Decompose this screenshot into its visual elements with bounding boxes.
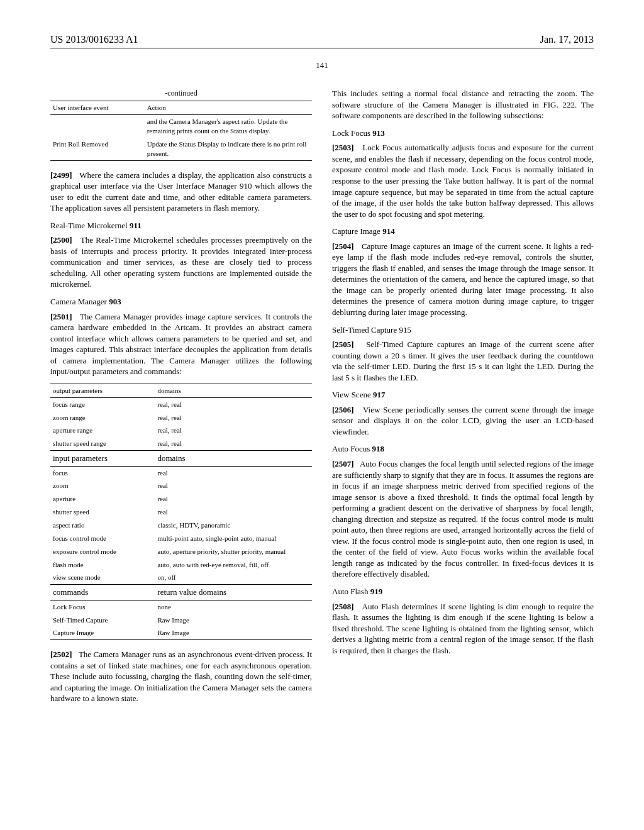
camera-manager-params-table: output parameters domains focus rangerea… bbox=[50, 384, 312, 640]
header-right: Jan. 17, 2013 bbox=[540, 33, 594, 47]
table-cell: real bbox=[155, 506, 312, 519]
table-row: focusreal bbox=[50, 466, 312, 479]
table-cell: and the Camera Manager's aspect ratio. U… bbox=[145, 115, 312, 138]
table-cell: Self-Timed Capture bbox=[50, 614, 155, 627]
paragraph-number: [2506] bbox=[332, 405, 354, 414]
table-cell: multi-point auto, single-point auto, man… bbox=[155, 532, 312, 545]
table-cell: shutter speed bbox=[50, 506, 155, 519]
table-row: focus control modemulti-point auto, sing… bbox=[50, 532, 312, 545]
table-row: view scene modeon, off bbox=[50, 571, 312, 584]
header-left: US 2013/0016233 A1 bbox=[50, 33, 138, 47]
section-title: Self-Timed Capture bbox=[332, 325, 397, 335]
section-self-timed-capture: Self-Timed Capture 915 bbox=[332, 324, 594, 336]
table-row: shutter speedreal bbox=[50, 506, 312, 519]
table-cell: real, real bbox=[155, 397, 312, 411]
paragraph-2500: [2500] The Real-Time Microkernel schedul… bbox=[50, 235, 312, 290]
paragraph-2508: [2508] Auto Flash determines if scene li… bbox=[332, 601, 594, 656]
table-cell: shutter speed range bbox=[50, 437, 155, 450]
section-title: Camera Manager bbox=[50, 297, 107, 306]
paragraph-number: [2507] bbox=[332, 459, 354, 468]
section-number: 903 bbox=[109, 297, 121, 306]
table-row: zoom rangereal, real bbox=[50, 411, 312, 424]
right-column: This includes setting a normal focal dis… bbox=[332, 88, 594, 711]
paragraph-text: The Camera Manager runs as an asynchrono… bbox=[50, 650, 312, 703]
paragraph-number: [2505] bbox=[332, 340, 354, 349]
section-title: View Scene bbox=[332, 390, 371, 399]
table-cell: zoom bbox=[50, 479, 155, 492]
table-cell: view scene mode bbox=[50, 571, 155, 584]
table-row: shutter speed rangereal, real bbox=[50, 437, 312, 450]
table-head-cell: return value domains bbox=[155, 585, 312, 600]
paragraph-text: The Real-Time Microkernel schedules proc… bbox=[50, 235, 312, 289]
table-cell: real, real bbox=[155, 411, 312, 424]
table-cell: none bbox=[155, 600, 312, 613]
table-head-cell: domains bbox=[155, 384, 312, 397]
table-cell: real, real bbox=[155, 437, 312, 450]
section-real-time-microkernel: Real-Time Microkernel 911 bbox=[50, 220, 312, 231]
table-cell: Print Roll Removed bbox=[50, 138, 145, 160]
paragraph-number: [2500] bbox=[50, 235, 72, 245]
section-title: Lock Focus bbox=[332, 128, 370, 138]
section-number: 917 bbox=[373, 390, 386, 399]
paragraph-text: View Scene periodically senses the curre… bbox=[332, 405, 594, 436]
table-row: zoomreal bbox=[50, 479, 312, 492]
table-row: aspect ratioclassic, HDTV, panoramic bbox=[50, 519, 312, 532]
paragraph-2502: [2502] The Camera Manager runs as an asy… bbox=[50, 649, 312, 704]
paragraph-text: Auto Flash determines if scene lighting … bbox=[332, 602, 594, 655]
table-cell: classic, HDTV, panoramic bbox=[155, 519, 312, 532]
table-head-cell: Action bbox=[145, 101, 312, 115]
paragraph-2505: [2505] Self-Timed Capture captures an im… bbox=[332, 339, 594, 383]
section-number: 914 bbox=[382, 226, 395, 236]
table-head-cell: output parameters bbox=[50, 384, 155, 397]
table-cell: auto, auto with red-eye removal, fill, o… bbox=[155, 558, 312, 572]
section-number: 918 bbox=[372, 444, 385, 453]
table-caption: -continued bbox=[50, 88, 312, 98]
section-view-scene: View Scene 917 bbox=[332, 389, 594, 401]
paragraph-2501: [2501] The Camera Manager provides image… bbox=[50, 311, 312, 377]
table-head-cell: input parameters bbox=[50, 451, 155, 467]
table-cell: Update the Status Display to indicate th… bbox=[145, 138, 312, 160]
paragraph-text: The Camera Manager provides image captur… bbox=[50, 312, 312, 377]
table-row: Capture ImageRaw Image bbox=[50, 626, 312, 639]
header-rule bbox=[50, 48, 594, 48]
table-cell: real bbox=[155, 479, 312, 492]
table-cell: flash mode bbox=[50, 558, 155, 572]
table-row: aperture rangereal, real bbox=[50, 424, 312, 437]
table-cell: focus bbox=[50, 466, 155, 479]
table-cell: Raw Image bbox=[155, 626, 312, 639]
paragraph-text: Capture Image captures an image of the c… bbox=[332, 241, 594, 317]
table-cell: aspect ratio bbox=[50, 519, 155, 532]
paragraph-number: [2508] bbox=[332, 602, 354, 611]
table-row: aperturereal bbox=[50, 492, 312, 506]
paragraph-2499: [2499] Where the camera includes a displ… bbox=[50, 170, 312, 214]
section-capture-image: Capture Image 914 bbox=[332, 226, 594, 237]
table-row: flash modeauto, auto with red-eye remova… bbox=[50, 558, 312, 572]
two-column-layout: -continued User interface event Action a… bbox=[50, 88, 594, 711]
page-header: US 2013/0016233 A1 Jan. 17, 2013 bbox=[50, 33, 594, 47]
table-row: Self-Timed CaptureRaw Image bbox=[50, 614, 312, 627]
table-row: Lock Focusnone bbox=[50, 600, 312, 613]
section-title: Capture Image bbox=[332, 226, 380, 236]
table-head-cell: domains bbox=[155, 451, 312, 467]
section-number: 915 bbox=[399, 325, 411, 335]
table-cell: real, real bbox=[155, 424, 312, 437]
section-number: 911 bbox=[130, 221, 142, 230]
table-row: focus rangereal, real bbox=[50, 397, 312, 411]
section-camera-manager: Camera Manager 903 bbox=[50, 296, 312, 307]
paragraph-text: Where the camera includes a display, the… bbox=[50, 170, 312, 213]
paragraph-text: Auto Focus changes the focal length unti… bbox=[332, 459, 594, 578]
table-head-cell: User interface event bbox=[50, 101, 145, 115]
paragraph-2504: [2504] Capture Image captures an image o… bbox=[332, 241, 594, 318]
section-number: 919 bbox=[370, 587, 383, 596]
table-cell: on, off bbox=[155, 571, 312, 584]
paragraph-2506: [2506] View Scene periodically senses th… bbox=[332, 404, 594, 438]
paragraph-2507: [2507] Auto Focus changes the focal leng… bbox=[332, 458, 594, 580]
paragraph-2503: [2503] Lock Focus automatically adjusts … bbox=[332, 142, 594, 219]
table-cell: real bbox=[155, 492, 312, 506]
intro-paragraph: This includes setting a normal focal dis… bbox=[332, 88, 594, 121]
section-title: Auto Flash bbox=[332, 587, 368, 596]
table-cell: aperture bbox=[50, 492, 155, 506]
table-cell: focus range bbox=[50, 397, 155, 411]
paragraph-text: Self-Timed Capture captures an image of … bbox=[332, 340, 594, 382]
table-cell: exposure control mode bbox=[50, 545, 155, 558]
